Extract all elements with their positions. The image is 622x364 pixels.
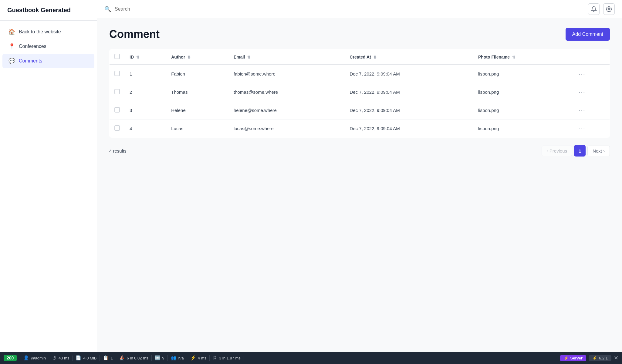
server-sf-icon: ⚡ [564,356,569,360]
search-input[interactable] [115,6,584,12]
row-email: lucas@some.where [229,120,345,138]
location-icon: 📍 [8,43,15,50]
sidebar-item-label: Conferences [19,44,46,49]
header-email: Email ⇅ [229,49,345,65]
table-row: 3 Helene helene@some.where Dec 7, 2022, … [110,101,610,120]
row-actions-button[interactable]: ··· [579,125,586,132]
row-actions-button[interactable]: ··· [579,89,586,96]
sort-icon-email[interactable]: ⇅ [247,55,250,59]
row-created-at: Dec 7, 2022, 9:09:04 AM [345,83,473,101]
version-badge: ⚡ 6.2.1 [589,355,611,361]
sidebar: Guestbook Generated 🏠 Back to the websit… [0,0,97,352]
row-author: Helene [166,101,229,120]
next-button[interactable]: Next › [587,146,610,156]
row-checkbox-cell [110,65,125,83]
table-row: 2 Thomas thomas@some.where Dec 7, 2022, … [110,83,610,101]
row-checkbox[interactable] [114,89,120,94]
row-id: 3 [125,101,166,120]
select-all-checkbox[interactable] [114,54,120,59]
status-routes: ⛵ 6 in 0.02 ms [116,355,152,361]
chevron-right-icon: › [603,148,605,153]
sort-icon-photo-filename[interactable]: ⇅ [512,55,515,59]
row-author: Thomas [166,83,229,101]
row-actions-cell: ··· [574,83,610,101]
translations-icon: 🔤 [155,355,161,361]
sort-icon-author[interactable]: ⇅ [188,55,191,59]
table-footer: 4 results ‹ Previous 1 Next › [109,144,610,158]
status-memory: 📄 4.0 MiB [73,355,100,361]
row-checkbox[interactable] [114,71,120,76]
main-content: 🔍 [97,0,622,352]
routes-icon: ⛵ [119,355,125,361]
home-icon: 🏠 [8,29,15,35]
header-actions [574,49,610,65]
db-icon: 🗄 [213,356,217,361]
row-created-at: Dec 7, 2022, 9:09:04 AM [345,65,473,83]
requests-icon: 📋 [103,355,109,361]
sort-icon-created-at[interactable]: ⇅ [374,55,377,59]
notifications-button[interactable] [588,3,600,15]
sidebar-item-comments[interactable]: 💬 Comments [2,54,94,68]
sidebar-item-conferences[interactable]: 📍 Conferences [2,39,94,53]
table-header-row: ID ⇅ Author ⇅ Email ⇅ Created At [110,49,610,65]
previous-button[interactable]: ‹ Previous [542,146,572,156]
page-1-button[interactable]: 1 [574,145,586,157]
row-created-at: Dec 7, 2022, 9:09:04 AM [345,101,473,120]
http-status-badge: 200 [4,355,17,361]
memory-icon: 📄 [76,355,81,361]
person-icon: 👥 [171,355,177,361]
topbar-actions [588,3,615,15]
row-id: 2 [125,83,166,101]
user-icon: 👤 [23,355,29,361]
status-cache: ⚡ 4 ms [187,355,210,361]
row-actions-button[interactable]: ··· [579,70,586,77]
comments-icon: 💬 [8,58,15,64]
sf-icon: ⚡ [592,356,597,360]
table-row: 4 Lucas lucas@some.where Dec 7, 2022, 9:… [110,120,610,138]
row-author: Fabien [166,65,229,83]
add-comment-button[interactable]: Add Comment [566,28,610,41]
chevron-left-icon: ‹ [547,148,548,153]
page-title: Comment [109,28,160,41]
results-count: 4 results [109,148,127,153]
page-header: Comment Add Comment [109,28,610,41]
app-title: Guestbook Generated [0,0,97,21]
bell-icon [591,6,597,12]
sidebar-item-label: Back to the website [19,29,61,35]
header-checkbox-col [110,49,125,65]
settings-button[interactable] [603,3,615,15]
table-row: 1 Fabien fabien@some.where Dec 7, 2022, … [110,65,610,83]
row-actions-button[interactable]: ··· [579,107,586,114]
status-time: ⏱ 43 ms [49,356,73,361]
row-checkbox-cell [110,83,125,101]
server-badge: ⚡ Server [560,355,586,361]
page-body: Comment Add Comment ID ⇅ Author [97,18,622,352]
row-id: 1 [125,65,166,83]
status-bar: 200 👤 @admin ⏱ 43 ms 📄 4.0 MiB 📋 1 ⛵ 6 i… [0,352,622,364]
header-created-at: Created At ⇅ [345,49,473,65]
row-checkbox-cell [110,101,125,120]
header-photo-filename: Photo Filename ⇅ [473,49,574,65]
sidebar-item-back-to-website[interactable]: 🏠 Back to the website [2,25,94,39]
row-id: 4 [125,120,166,138]
cache-icon: ⚡ [190,355,196,361]
row-photo-filename: lisbon.png [473,101,574,120]
sort-icon-id[interactable]: ⇅ [136,55,139,59]
sidebar-item-label: Comments [19,58,42,64]
comments-table: ID ⇅ Author ⇅ Email ⇅ Created At [109,49,610,138]
header-id: ID ⇅ [125,49,166,65]
row-actions-cell: ··· [574,101,610,120]
row-checkbox[interactable] [114,107,120,113]
row-email: thomas@some.where [229,83,345,101]
topbar: 🔍 [97,0,622,18]
row-checkbox-cell [110,120,125,138]
status-db: 🗄 3 in 1.87 ms [210,356,244,361]
status-user: 👤 @admin [20,355,49,361]
row-checkbox[interactable] [114,125,120,131]
status-translations: 🔤 9 [152,355,168,361]
row-email: fabien@some.where [229,65,345,83]
svg-point-1 [608,8,610,10]
row-photo-filename: lisbon.png [473,120,574,138]
close-status-button[interactable]: ✕ [614,355,618,361]
row-photo-filename: lisbon.png [473,65,574,83]
